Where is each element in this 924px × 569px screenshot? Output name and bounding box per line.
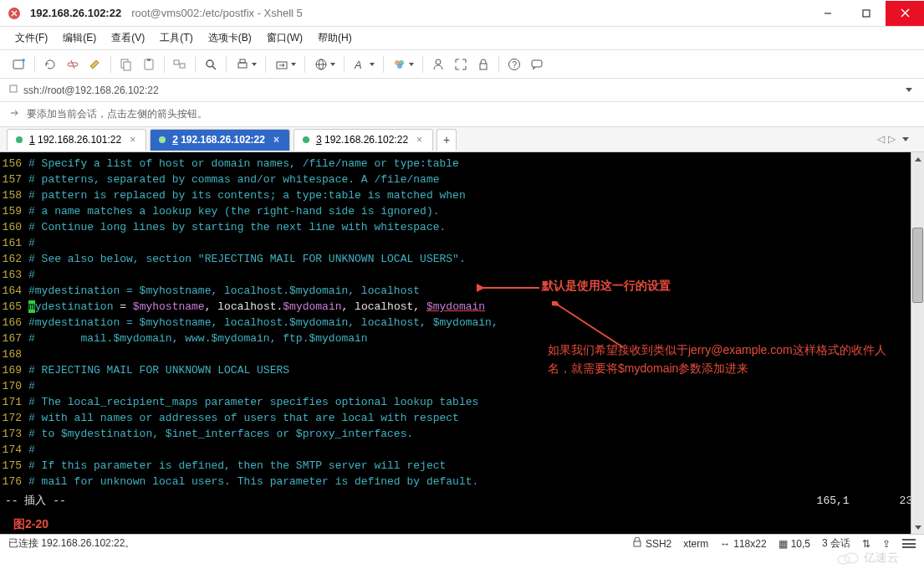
- menu-edit[interactable]: 编辑(E): [59, 29, 100, 47]
- status-ssh: SSH2: [632, 537, 671, 550]
- user-icon[interactable]: [427, 54, 449, 75]
- status-menu-icon[interactable]: [902, 539, 916, 548]
- globe-icon[interactable]: [309, 54, 339, 75]
- search-icon[interactable]: [200, 54, 222, 75]
- svg-line-7: [71, 60, 74, 69]
- menu-window[interactable]: 窗口(W): [263, 29, 306, 47]
- terminal-line: 164#mydestination = $myhostname, localho…: [0, 283, 924, 299]
- svg-rect-9: [124, 62, 130, 70]
- terminal-line: 156# Specify a list of host or domain na…: [0, 156, 924, 172]
- status-termtype: xterm: [683, 538, 708, 550]
- disconnect-icon[interactable]: [62, 54, 84, 75]
- svg-point-36: [845, 553, 858, 563]
- status-sessions: 3 会话: [822, 536, 850, 551]
- tab-close-icon[interactable]: ×: [128, 134, 137, 146]
- svg-rect-17: [240, 59, 245, 63]
- svg-point-14: [207, 60, 213, 67]
- chat-icon[interactable]: [526, 54, 548, 75]
- terminal-line: 161#: [0, 235, 924, 251]
- terminal-line: 176# mail for unknown local users. This …: [0, 474, 924, 490]
- svg-rect-5: [13, 60, 23, 69]
- toolbar: A ?: [0, 50, 924, 79]
- terminal-line: 158# pattern is replaced by its contents…: [0, 187, 924, 203]
- terminal-line: 159# a name matches a lookup key (the ri…: [0, 203, 924, 219]
- font-icon[interactable]: A: [349, 54, 379, 75]
- fullscreen-icon[interactable]: [450, 54, 472, 75]
- status-zoom: ▦10,5: [779, 538, 810, 550]
- tab-3[interactable]: 3 192.168.26.102:22 ×: [294, 129, 433, 151]
- close-button[interactable]: [886, 1, 924, 26]
- tab-close-icon[interactable]: ×: [272, 134, 281, 146]
- terminal-line: 171# The local_recipient_maps parameter …: [0, 394, 924, 410]
- menu-tools[interactable]: 工具(T): [156, 29, 196, 47]
- connection-status: 已连接 192.168.26.102:22。: [8, 536, 620, 551]
- print-icon[interactable]: [231, 54, 261, 75]
- color-icon[interactable]: [388, 54, 418, 75]
- svg-rect-13: [180, 64, 185, 68]
- status-dot-icon: [159, 136, 166, 143]
- hint-arrow-icon[interactable]: [8, 107, 20, 121]
- watermark: 亿速云: [837, 551, 899, 566]
- new-session-icon[interactable]: [8, 54, 30, 75]
- menu-tab[interactable]: 选项卡(B): [205, 29, 255, 47]
- terminal-line: 166#mydestination = $myhostname, localho…: [0, 315, 924, 331]
- svg-rect-11: [147, 59, 151, 61]
- svg-rect-30: [532, 60, 542, 67]
- svg-text:A: A: [354, 59, 362, 71]
- tab-1[interactable]: 1 192.168.26.101:22 ×: [7, 129, 146, 151]
- address-input[interactable]: [23, 85, 274, 96]
- status-dot-icon: [16, 136, 23, 143]
- transfer-icon[interactable]: [270, 54, 300, 75]
- menu-view[interactable]: 查看(V): [108, 29, 148, 47]
- help-icon[interactable]: ?: [503, 54, 525, 75]
- figure-label: 图2-20: [13, 516, 48, 532]
- svg-rect-27: [480, 64, 487, 69]
- reconnect-icon[interactable]: [39, 54, 61, 75]
- vim-cursor-pos: 165,1: [817, 493, 850, 509]
- tab-prev-icon[interactable]: ◁: [877, 133, 885, 146]
- svg-text:?: ?: [513, 60, 518, 69]
- sessions-icon[interactable]: [169, 54, 191, 75]
- terminal-line: 160# Continue long lines by starting the…: [0, 219, 924, 235]
- svg-rect-34: [634, 541, 641, 546]
- status-updown-icon: ⇅: [862, 538, 870, 550]
- status-dot-icon: [303, 136, 309, 143]
- terminal-scrollbar[interactable]: [911, 152, 924, 534]
- terminal-line: 162# See also below, section "REJECTING …: [0, 251, 924, 267]
- padlock-icon: [632, 537, 642, 550]
- window-title-subtitle: root@vms002:/etc/postfix - Xshell 5: [131, 7, 303, 19]
- copy-icon[interactable]: [115, 54, 137, 75]
- addr-dropdown-icon[interactable]: [902, 84, 916, 97]
- scroll-up-icon[interactable]: [911, 152, 924, 166]
- lock-icon[interactable]: [472, 54, 494, 75]
- paste-icon[interactable]: [138, 54, 160, 75]
- hint-bar: 要添加当前会话，点击左侧的箭头按钮。: [0, 102, 924, 127]
- tab-add-button[interactable]: +: [436, 129, 457, 151]
- terminal-line: 173# to $mydestination, $inet_interfaces…: [0, 426, 924, 442]
- maximize-button[interactable]: [847, 1, 886, 26]
- terminal-line: 157# patterns, separated by commas and/o…: [0, 172, 924, 187]
- annotation-text-2: 如果我们希望接收到类似于jerry@example.com这样格式的收件人名，就…: [548, 341, 899, 377]
- svg-rect-2: [863, 10, 870, 17]
- scroll-down-icon[interactable]: [911, 520, 924, 534]
- app-icon: [7, 6, 22, 21]
- svg-rect-16: [238, 63, 247, 68]
- svg-rect-12: [174, 60, 179, 64]
- menu-help[interactable]: 帮助(H): [314, 29, 355, 47]
- tab-close-icon[interactable]: ×: [415, 134, 424, 146]
- scroll-thumb[interactable]: [912, 228, 923, 303]
- window-title-address: 192.168.26.102:22: [30, 7, 121, 19]
- tab-2[interactable]: 2 192.168.26.102:22 ×: [150, 129, 290, 151]
- vim-status-line: -- 插入 -- 165,1 23%: [0, 493, 924, 509]
- terminal-line: 163#: [0, 267, 924, 283]
- addr-lock-icon: [8, 84, 18, 96]
- menu-file[interactable]: 文件(F): [12, 29, 51, 47]
- svg-point-25: [397, 64, 402, 69]
- minimize-button[interactable]: [809, 1, 847, 26]
- tab-list-icon[interactable]: [899, 133, 912, 146]
- terminal-line: 174#: [0, 442, 924, 458]
- tab-next-icon[interactable]: ▷: [888, 133, 896, 146]
- terminal[interactable]: 156# Specify a list of host or domain na…: [0, 152, 924, 534]
- properties-icon[interactable]: [84, 54, 106, 75]
- svg-line-15: [212, 66, 216, 69]
